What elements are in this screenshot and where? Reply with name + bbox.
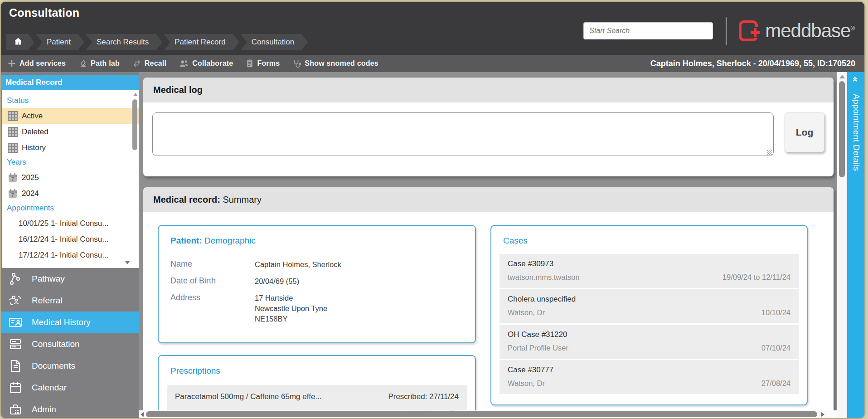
medical-log-panel: Medical log Log: [143, 78, 834, 176]
appointment-details-label: Appointment Details: [851, 94, 861, 171]
breadcrumb-item-patient-record[interactable]: Patient Record: [164, 34, 239, 50]
address-label[interactable]: Address: [170, 293, 255, 324]
demographic-title-bold: Patient:: [170, 236, 202, 245]
stethoscope-icon: [292, 59, 301, 68]
summary-header: Medical record: Summary: [143, 187, 834, 212]
sidebar-item-consultation[interactable]: Consultation: [1, 333, 139, 355]
sidebar-item-calendar[interactable]: Calendar: [1, 377, 139, 399]
calendar-icon: [8, 380, 23, 395]
tree-item-year-2025[interactable]: 7 2025: [6, 170, 131, 185]
page-title: Consultation: [9, 6, 79, 19]
scrollbar-thumb[interactable]: [146, 411, 817, 417]
case-item[interactable]: Cholera unspecified Watson, Dr 10/10/24: [499, 289, 799, 323]
referral-icon: [8, 293, 23, 308]
plus-icon: [750, 27, 761, 38]
tree-item-appointment[interactable]: 16/12/24 1- Initial Consu...: [6, 231, 131, 247]
scrollbar-thumb[interactable]: [132, 99, 137, 150]
prescription-date: Prescribed: 27/11/24: [388, 392, 459, 401]
meddbase-logo-icon: [739, 20, 758, 41]
tree-item-history[interactable]: History: [6, 140, 131, 156]
dob-label[interactable]: Date of Birth: [170, 276, 255, 287]
prescriptions-title: Prescriptions: [167, 364, 467, 376]
prescription-item[interactable]: Paracetamol 500mg / Caffeine 65mg effe..…: [167, 385, 467, 410]
prescription-name: Paracetamol 500mg / Caffeine 65mg effe..…: [175, 392, 388, 410]
resize-grip[interactable]: [767, 150, 772, 155]
content-area: Medical Record Status Active Deleted: [1, 72, 864, 418]
document-icon: [8, 359, 23, 373]
breadcrumb-home[interactable]: [6, 34, 34, 50]
tree-item-appointment[interactable]: 17/12/24 1- Initial Consu...: [6, 247, 131, 263]
case-item[interactable]: Case #30973 twatson.mms.twatson 19/09/24…: [499, 254, 799, 288]
sidebar-nav: Pathway Referral Medical History: [1, 268, 139, 418]
dob-value: 20/04/69 (55): [255, 276, 299, 287]
medical-log-header: Medical log: [143, 78, 834, 102]
title-bar: Consultation Patient Search Results Pati…: [1, 2, 864, 55]
breadcrumb-item-search-results[interactable]: Search Results: [86, 34, 162, 50]
vertical-scrollbar[interactable]: [837, 72, 847, 418]
summary-header-rest: Summary: [220, 195, 262, 205]
grid-icon: [8, 127, 18, 137]
case-item[interactable]: Case #30777 Watson, Dr 27/08/24: [499, 360, 799, 394]
appointment-details-panel-tab[interactable]: « Appointment Details: [847, 72, 864, 418]
patient-demographic-card: Patient: Demographic Name Captain Holmes…: [158, 225, 476, 343]
demographic-row-name: Name Captain Holmes, Sherlock: [170, 259, 463, 270]
sidebar-item-pathway[interactable]: Pathway: [1, 268, 139, 290]
log-button[interactable]: Log: [785, 112, 824, 152]
titlebar-right: meddbase®: [583, 17, 854, 45]
tree-item-deleted[interactable]: Deleted: [6, 124, 131, 140]
sidebar-item-admin[interactable]: Admin: [1, 399, 139, 418]
medical-record-summary-panel: Medical record: Summary Patient: Demogra…: [143, 187, 834, 410]
show-snomed-codes-button[interactable]: Show snomed codes: [292, 59, 378, 68]
calendar-icon: 7: [8, 173, 18, 183]
tree-scrollbar[interactable]: [132, 92, 138, 264]
divider: [726, 17, 727, 45]
tree-item-year-2024[interactable]: 7 2024: [6, 185, 131, 201]
tree-section-status[interactable]: Status: [6, 94, 131, 108]
path-lab-button[interactable]: Path lab: [78, 59, 120, 68]
sidebar-item-documents[interactable]: Documents: [1, 355, 139, 377]
medical-log-input[interactable]: [152, 112, 774, 156]
scroll-up-arrow-icon[interactable]: [839, 75, 845, 78]
calendar-icon: 7: [8, 189, 18, 199]
sidebar-item-medical-history[interactable]: Medical History: [1, 312, 139, 333]
search-input[interactable]: [583, 22, 713, 39]
people-icon: [179, 59, 189, 68]
add-services-button[interactable]: Add services: [7, 59, 66, 68]
tree-item-appointment[interactable]: 10/01/25 1- Initial Consu...: [6, 215, 131, 231]
medical-log-title: Medical log: [153, 85, 203, 95]
prescriptions-card: Prescriptions Paracetamol 500mg / Caffei…: [158, 355, 476, 410]
svg-text:7: 7: [11, 177, 14, 182]
grid-icon: [8, 111, 18, 121]
grid-icon: [8, 143, 18, 153]
forms-button[interactable]: Forms: [246, 59, 280, 68]
sidebar: Medical Record Status Active Deleted: [1, 72, 139, 418]
scroll-up-arrow-icon[interactable]: [133, 93, 138, 96]
plus-icon: [7, 59, 16, 68]
breadcrumb-item-consultation[interactable]: Consultation: [241, 34, 308, 50]
tree-section-appointments[interactable]: Appointments: [6, 201, 131, 215]
demographic-title-rest: Demographic: [202, 236, 256, 245]
app-window: Consultation Patient Search Results Pati…: [1, 2, 864, 418]
tree-section-years[interactable]: Years: [6, 156, 131, 170]
collaborate-button[interactable]: Collaborate: [179, 59, 233, 68]
scroll-right-arrow-icon[interactable]: [821, 412, 824, 417]
main-area: Medical log Log Medical record: Summary: [139, 72, 837, 418]
breadcrumb: Patient Search Results Patient Record Co…: [6, 34, 308, 50]
medical-record-tree: Status Active Deleted: [2, 90, 139, 268]
svg-text:7: 7: [11, 193, 14, 198]
clipboard-icon: [246, 59, 254, 68]
recall-arrows-icon: [132, 59, 141, 68]
name-label[interactable]: Name: [170, 259, 255, 270]
scroll-down-arrow-icon[interactable]: [125, 261, 130, 264]
cases-title: Cases: [499, 234, 799, 246]
scroll-left-arrow-icon[interactable]: [141, 412, 144, 417]
case-item[interactable]: OH Case #31220 Portal Profile User 07/10…: [499, 325, 799, 359]
horizontal-scrollbar[interactable]: [139, 410, 837, 418]
recall-button[interactable]: Recall: [132, 59, 166, 68]
tree-item-active[interactable]: Active: [2, 108, 139, 124]
sidebar-item-referral[interactable]: Referral: [1, 290, 139, 312]
scrollbar-thumb[interactable]: [839, 81, 845, 177]
collapse-chevrons-icon[interactable]: «: [850, 77, 861, 82]
breadcrumb-item-patient[interactable]: Patient: [36, 34, 84, 50]
id-card-icon: [8, 315, 23, 330]
